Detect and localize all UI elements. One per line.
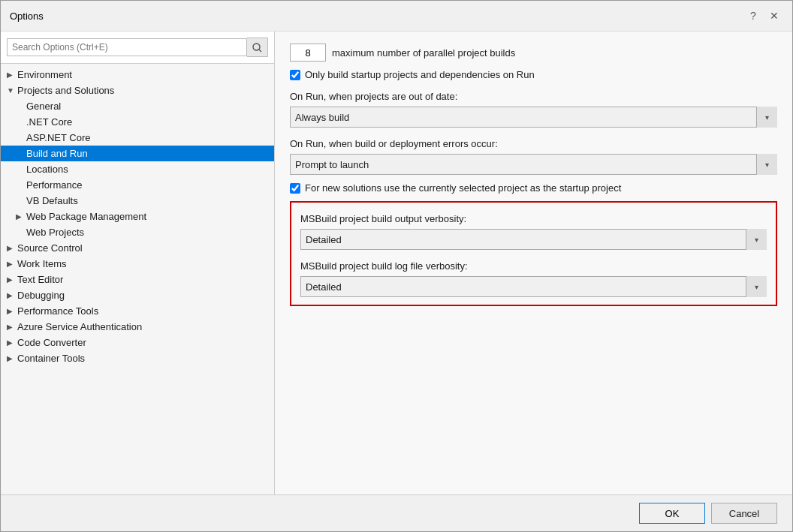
on-run-out-of-date-dropdown-wrapper: Always build Never build Prompt to build… bbox=[290, 107, 777, 128]
on-run-errors-section: On Run, when build or deployment errors … bbox=[290, 135, 777, 175]
tree-item-label: Web Projects bbox=[26, 227, 268, 238]
on-run-errors-label: On Run, when build or deployment errors … bbox=[290, 138, 777, 149]
tree-item-label: Build and Run bbox=[26, 148, 268, 159]
tree-item-locations[interactable]: Locations bbox=[1, 161, 274, 177]
tree-item-source-control[interactable]: ▶Source Control bbox=[1, 240, 274, 256]
msbuild-log-section: MSBuild project build log file verbosity… bbox=[300, 257, 767, 297]
parallel-builds-label: maximum number of parallel project build… bbox=[332, 47, 515, 59]
msbuild-output-dropdown[interactable]: Quiet Minimal Normal Detailed Diagnostic bbox=[300, 229, 767, 250]
on-run-out-of-date-dropdown[interactable]: Always build Never build Prompt to build bbox=[290, 107, 777, 128]
tree-item-label: Environment bbox=[17, 69, 268, 80]
checkbox1[interactable] bbox=[290, 70, 300, 80]
tree-item-label: Performance bbox=[26, 179, 268, 191]
tree-item-debugging[interactable]: ▶Debugging bbox=[1, 287, 274, 303]
tree-item-text-editor[interactable]: ▶Text Editor bbox=[1, 272, 274, 287]
tree-item-label: ASP.NET Core bbox=[26, 132, 268, 143]
right-panel: maximum number of parallel project build… bbox=[275, 32, 792, 494]
expand-arrow-icon: ▼ bbox=[7, 86, 17, 95]
tree-item-label: Performance Tools bbox=[17, 305, 268, 317]
tree-item-web-projects[interactable]: Web Projects bbox=[1, 224, 274, 240]
msbuild-log-dropdown-wrapper: Quiet Minimal Normal Detailed Diagnostic… bbox=[300, 276, 767, 297]
bottom-bar: OK Cancel bbox=[1, 494, 792, 531]
search-input[interactable] bbox=[7, 38, 247, 56]
checkbox2-label: For new solutions use the currently sele… bbox=[305, 182, 621, 194]
tree-item-label: Source Control bbox=[17, 242, 268, 254]
tree-item-label: General bbox=[26, 101, 268, 112]
expand-arrow-icon: ▶ bbox=[7, 354, 17, 362]
expand-arrow-icon: ▶ bbox=[7, 291, 17, 299]
tree-item-work-items[interactable]: ▶Work Items bbox=[1, 256, 274, 272]
red-box-section: MSBuild project build output verbosity: … bbox=[290, 201, 777, 306]
expand-arrow-icon: ▶ bbox=[7, 260, 17, 268]
tree-area: ▶Environment▼Projects and SolutionsGener… bbox=[1, 64, 274, 494]
tree-item-code-converter[interactable]: ▶Code Converter bbox=[1, 335, 274, 350]
msbuild-output-dropdown-wrapper: Quiet Minimal Normal Detailed Diagnostic… bbox=[300, 229, 767, 250]
tree-item-web-package-management[interactable]: ▶Web Package Management bbox=[1, 209, 274, 224]
search-bar bbox=[1, 32, 274, 64]
svg-point-0 bbox=[253, 44, 260, 50]
expand-arrow-icon: ▶ bbox=[7, 323, 17, 331]
expand-arrow-icon: ▶ bbox=[7, 71, 17, 79]
tree-item-label: Azure Service Authentication bbox=[17, 321, 268, 332]
cancel-button[interactable]: Cancel bbox=[711, 503, 777, 524]
parallel-builds-row: maximum number of parallel project build… bbox=[290, 44, 777, 62]
tree-item-asp-net-core[interactable]: ASP.NET Core bbox=[1, 130, 274, 146]
help-button[interactable]: ? bbox=[744, 7, 762, 25]
options-dialog: Options ? ✕ ▶Environment▼Projects and So… bbox=[0, 0, 793, 532]
tree-item-label: Work Items bbox=[17, 258, 268, 269]
checkbox2[interactable] bbox=[290, 183, 300, 194]
tree-item-label: Locations bbox=[26, 164, 268, 175]
tree-item-build-and-run[interactable]: Build and Run bbox=[1, 146, 274, 161]
tree-item-environment[interactable]: ▶Environment bbox=[1, 67, 274, 83]
tree-item-azure-service-auth[interactable]: ▶Azure Service Authentication bbox=[1, 319, 274, 335]
tree-item-net-core[interactable]: .NET Core bbox=[1, 114, 274, 130]
title-bar-controls: ? ✕ bbox=[744, 7, 783, 25]
expand-arrow-icon: ▶ bbox=[7, 307, 17, 315]
tree-item-label: Debugging bbox=[17, 290, 268, 301]
close-button[interactable]: ✕ bbox=[765, 7, 783, 25]
on-run-out-of-date-section: On Run, when projects are out of date: A… bbox=[290, 88, 777, 128]
dialog-body: ▶Environment▼Projects and SolutionsGener… bbox=[1, 32, 792, 494]
msbuild-output-section: MSBuild project build output verbosity: … bbox=[300, 210, 767, 250]
search-icon bbox=[252, 43, 262, 53]
on-run-errors-dropdown[interactable]: Prompt to launch Do not launch Launch bbox=[290, 154, 777, 175]
tree-item-performance-tools[interactable]: ▶Performance Tools bbox=[1, 303, 274, 319]
tree-item-container-tools[interactable]: ▶Container Tools bbox=[1, 350, 274, 366]
tree-item-label: .NET Core bbox=[26, 116, 268, 128]
tree-item-label: Web Package Management bbox=[26, 211, 268, 222]
expand-arrow-icon: ▶ bbox=[7, 338, 17, 347]
left-panel: ▶Environment▼Projects and SolutionsGener… bbox=[1, 32, 275, 494]
svg-line-1 bbox=[259, 50, 261, 52]
ok-button[interactable]: OK bbox=[639, 503, 705, 524]
tree-item-performance[interactable]: Performance bbox=[1, 177, 274, 193]
tree-item-projects-solutions[interactable]: ▼Projects and Solutions bbox=[1, 83, 274, 98]
parallel-builds-input[interactable] bbox=[290, 44, 326, 62]
search-button[interactable] bbox=[247, 38, 268, 57]
expand-arrow-icon: ▶ bbox=[7, 275, 17, 284]
tree-item-label: Code Converter bbox=[17, 337, 268, 348]
tree-item-vb-defaults[interactable]: VB Defaults bbox=[1, 193, 274, 209]
checkbox2-row: For new solutions use the currently sele… bbox=[290, 182, 777, 194]
tree-item-label: Projects and Solutions bbox=[17, 85, 268, 96]
checkbox1-label: Only build startup projects and dependen… bbox=[305, 69, 535, 80]
dialog-title: Options bbox=[10, 11, 44, 22]
on-run-out-of-date-label: On Run, when projects are out of date: bbox=[290, 91, 777, 102]
expand-arrow-icon: ▶ bbox=[7, 244, 17, 252]
on-run-errors-dropdown-wrapper: Prompt to launch Do not launch Launch ▾ bbox=[290, 154, 777, 175]
tree-item-general[interactable]: General bbox=[1, 98, 274, 114]
msbuild-log-label: MSBuild project build log file verbosity… bbox=[300, 260, 767, 272]
title-bar: Options ? ✕ bbox=[1, 1, 792, 32]
msbuild-log-dropdown[interactable]: Quiet Minimal Normal Detailed Diagnostic bbox=[300, 276, 767, 297]
tree-item-label: Container Tools bbox=[17, 353, 268, 364]
checkbox1-row: Only build startup projects and dependen… bbox=[290, 69, 777, 80]
tree-item-label: Text Editor bbox=[17, 274, 268, 285]
msbuild-output-label: MSBuild project build output verbosity: bbox=[300, 213, 767, 224]
tree-item-label: VB Defaults bbox=[26, 195, 268, 206]
expand-arrow-icon: ▶ bbox=[16, 212, 26, 221]
